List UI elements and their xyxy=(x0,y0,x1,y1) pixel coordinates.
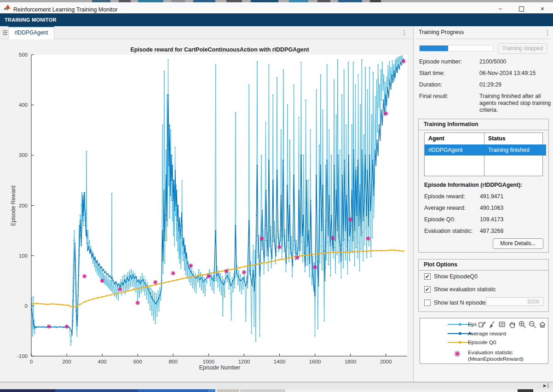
legend-marker-dot xyxy=(459,332,461,335)
statusbar-expand-icon[interactable]: ▶ xyxy=(543,383,548,388)
plot-background xyxy=(31,55,407,356)
checkbox-label: Show evaluation statistic xyxy=(434,286,496,293)
x-tick-label: 800 xyxy=(169,359,178,364)
chart-title: Episode reward for CartPoleContinuousAct… xyxy=(32,46,407,53)
x-tick-label: 400 xyxy=(98,359,107,364)
datatips-icon[interactable] xyxy=(498,320,506,329)
figure-menu-kebab-icon[interactable]: ⋮ xyxy=(401,29,408,36)
group-divider xyxy=(419,270,548,271)
legend-marker-dot xyxy=(459,341,461,344)
window-titlebar: Reinforcement Learning Training Monitor … xyxy=(0,2,553,13)
field-label: Episode reward: xyxy=(424,193,465,200)
close-button[interactable]: × xyxy=(536,4,549,13)
training-progress-bar xyxy=(419,45,494,52)
tab-training-monitor[interactable]: TRAINING MONITOR xyxy=(5,17,57,23)
ribbon-bar: TRAINING MONITOR xyxy=(0,13,553,26)
checkbox-label: Show EpisodeQ0 xyxy=(434,273,478,280)
episode-information-title: Episode Information (rlDDPGAgent): xyxy=(424,182,522,188)
field-value: 01:29:29 xyxy=(479,81,551,88)
y-tick-label: 0 xyxy=(25,303,28,309)
background-window-fragment-bottom xyxy=(0,389,553,392)
field-value: 109.4173 xyxy=(480,216,552,223)
minimize-button[interactable]: − xyxy=(493,4,507,13)
checkbox[interactable] xyxy=(424,300,431,306)
axes-toolbar xyxy=(477,319,547,332)
zoom-in-icon[interactable] xyxy=(518,320,526,329)
more-details-button[interactable]: More Details... xyxy=(493,238,543,249)
legend-asterisk-marker xyxy=(454,350,461,357)
figure-area: 0200400600800100012001400160018002000-10… xyxy=(1,39,413,382)
y-axis-label: Episode Reward xyxy=(10,176,17,236)
field-label: Evaluation statistic: xyxy=(424,228,472,234)
field-value: Training finished after all agents reach… xyxy=(479,93,551,114)
field-value: 06-Nov-2024 13:49:15 xyxy=(479,70,551,77)
field-value: 2100/5000 xyxy=(479,58,551,65)
window-title: Reinforcement Learning Training Monitor xyxy=(13,6,118,13)
field-label: Final result: xyxy=(419,93,449,99)
zoom-out-icon[interactable] xyxy=(528,320,536,329)
table-cell-status: Training finished xyxy=(484,144,543,156)
x-tick-label: 1600 xyxy=(309,359,321,364)
x-tick-label: 1800 xyxy=(345,359,357,364)
field-label: Episode number: xyxy=(419,58,462,65)
checkbox[interactable]: ✓ xyxy=(424,286,431,293)
group-divider xyxy=(419,130,548,130)
statusbar xyxy=(0,382,553,389)
export-icon[interactable] xyxy=(478,320,486,329)
field-label: Average reward: xyxy=(424,205,466,211)
plot-options-title: Plot Options xyxy=(424,261,457,268)
field-value: 487.3268 xyxy=(480,228,552,235)
training-progress-bar-fill xyxy=(420,46,448,51)
maximize-button[interactable] xyxy=(514,4,528,13)
x-tick-label: 0 xyxy=(30,359,33,364)
table-row[interactable]: rlDDPGAgent Training finished xyxy=(425,144,546,156)
panel-menu-kebab-icon[interactable]: ⋮ xyxy=(544,29,551,36)
y-tick-label: 200 xyxy=(19,203,28,208)
panel-title: Training Progress xyxy=(419,29,464,35)
field-label: Episode Q0: xyxy=(424,216,455,223)
checkbox-label: Show last N episodes xyxy=(434,300,488,306)
brush-icon[interactable] xyxy=(488,320,496,329)
panel-header-divider xyxy=(416,39,550,39)
legend-marker-dot xyxy=(459,323,461,326)
legend-label: Episode Q0 xyxy=(468,339,541,346)
x-axis-label: Episode Number xyxy=(32,364,407,371)
training-reward-chart[interactable]: 0200400600800100012001400160018002000-10… xyxy=(1,39,413,382)
x-tick-label: 1000 xyxy=(203,359,215,364)
checkbox[interactable]: ✓ xyxy=(424,273,431,280)
x-tick-label: 200 xyxy=(62,359,71,364)
y-tick-label: -100 xyxy=(17,353,28,359)
y-tick-label: 100 xyxy=(19,253,28,259)
table-header-status: Status xyxy=(484,133,546,144)
y-tick-label: 400 xyxy=(19,102,28,108)
x-tick-label: 600 xyxy=(133,359,142,364)
field-label: Duration: xyxy=(419,81,442,88)
last-n-episodes-input[interactable] xyxy=(486,297,543,306)
x-tick-label: 1200 xyxy=(238,359,250,364)
tab-rlddpgagent[interactable]: rlDDPGAgent xyxy=(8,26,54,39)
tab-overflow-handle-icon[interactable] xyxy=(3,30,7,36)
table-header-agent: Agent xyxy=(425,133,487,144)
x-tick-label: 2000 xyxy=(380,359,392,364)
field-value: 490.1063 xyxy=(480,205,552,212)
pan-icon[interactable] xyxy=(508,320,516,329)
training-information-title: Training Information xyxy=(424,121,478,127)
agent-status-table[interactable]: Agent Status rlDDPGAgent Training finish… xyxy=(424,133,543,176)
x-tick-label: 1400 xyxy=(274,359,286,364)
field-label: Start time: xyxy=(419,70,445,76)
y-tick-label: 300 xyxy=(19,152,28,158)
legend-label: Evaluation statistic (MeanEpisodeReward) xyxy=(468,349,541,362)
matlab-logo-icon xyxy=(4,5,11,11)
training-stopped-button[interactable]: Training stopped xyxy=(498,43,547,54)
home-icon[interactable] xyxy=(538,320,547,329)
table-cell-agent: rlDDPGAgent xyxy=(425,144,484,156)
y-tick-label: 500 xyxy=(19,52,28,58)
field-value: 491.9471 xyxy=(480,193,552,200)
